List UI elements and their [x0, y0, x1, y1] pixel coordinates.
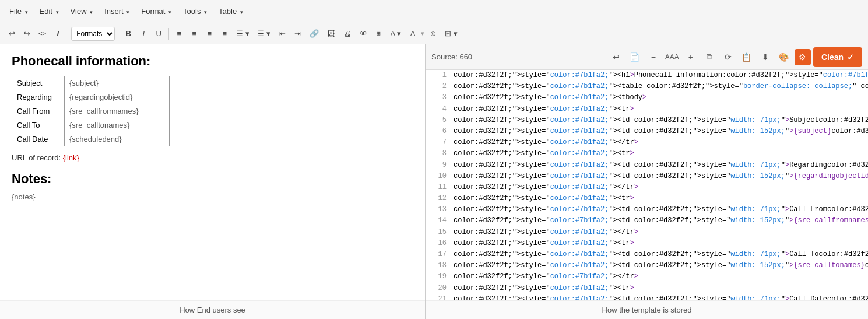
- undo-src-button[interactable]: ↩: [608, 49, 624, 65]
- line-number-20: 20: [430, 283, 447, 294]
- toolbar-separator-3: [168, 28, 169, 40]
- line-number-6: 6: [430, 126, 447, 137]
- line-code-15: color:#d32f2f;">style="color:#7b1fa2;"><…: [454, 227, 863, 238]
- table-cell-callfrom-label: Call From: [12, 104, 65, 118]
- copy1-src-button[interactable]: ⧉: [701, 49, 718, 65]
- editor-footer: How End users see: [0, 300, 425, 319]
- menu-format[interactable]: Format ▾: [136, 5, 176, 18]
- editor-toolbar: ↩ ↪ <> I Formats B I U ≡ ≡ ≡ ≡ ☰ ▾ ☰ ▾ ⇤…: [0, 23, 868, 44]
- font-size-src-button[interactable]: AAA: [664, 49, 680, 65]
- align-justify-button[interactable]: ≡: [217, 27, 231, 41]
- italic-button[interactable]: I: [51, 27, 65, 41]
- menu-edit[interactable]: Edit ▾: [35, 5, 64, 18]
- table-cell-regarding-value: {regardingobjectid}: [65, 90, 170, 104]
- line-number-7: 7: [430, 137, 447, 148]
- line-number-16: 16: [430, 238, 447, 249]
- special-chars-button[interactable]: ⊞: [372, 27, 386, 41]
- line-code-16: color:#d32f2f;">style="color:#7b1fa2;"><…: [454, 238, 863, 249]
- table-row-regarding: Regarding {regardingobjectid}: [12, 90, 170, 104]
- table-cell-regarding-label: Regarding: [12, 90, 65, 104]
- line-code-12: color:#d32f2f;">style="color:#7b1fa2;"><…: [454, 193, 863, 204]
- source-line-6: 6color:#d32f2f;">style="color:#7b1fa2;">…: [426, 126, 868, 137]
- italic-btn[interactable]: I: [136, 27, 150, 41]
- table-cell-calldate-label: Call Date: [12, 132, 65, 146]
- line-number-11: 11: [430, 182, 447, 193]
- font-color-button[interactable]: A ▾: [387, 27, 405, 41]
- minus-src-button[interactable]: −: [645, 49, 662, 65]
- line-code-20: color:#d32f2f;">style="color:#7b1fa2;"><…: [454, 283, 863, 294]
- line-number-14: 14: [430, 215, 447, 226]
- menu-file[interactable]: File ▾: [5, 5, 33, 18]
- undo-button[interactable]: ↩: [5, 27, 19, 41]
- line-code-7: color:#d32f2f;">style="color:#7b1fa2;"><…: [454, 137, 863, 148]
- link-button[interactable]: 🔗: [306, 27, 322, 41]
- paste-src-button[interactable]: 📋: [739, 49, 755, 65]
- source-button[interactable]: <>: [35, 27, 50, 41]
- underline-button[interactable]: U: [152, 27, 166, 41]
- ordered-list-button[interactable]: ☰ ▾: [254, 27, 275, 41]
- editor-title: Phonecall information:: [12, 54, 413, 69]
- editor-panel: Phonecall information: Subject {subject}…: [0, 44, 426, 319]
- source-line-12: 12color:#d32f2f;">style="color:#7b1fa2;"…: [426, 193, 868, 204]
- align-left-button[interactable]: ≡: [172, 27, 186, 41]
- source-line-4: 4color:#d32f2f;">style="color:#7b1fa2;">…: [426, 104, 868, 115]
- menu-view[interactable]: View ▾: [66, 5, 98, 18]
- line-code-8: color:#d32f2f;">style="color:#7b1fa2;"><…: [454, 148, 863, 159]
- menu-tools[interactable]: Tools ▾: [178, 5, 212, 18]
- menu-table[interactable]: Table ▾: [214, 5, 248, 18]
- source-header: Source: 660 ↩ 📄 − AAA + ⧉ ⟳ 📋 ⬇ 🎨 ⚙ Clea…: [426, 44, 868, 70]
- settings-src-button[interactable]: ⚙: [795, 49, 811, 65]
- table-button[interactable]: ⊞ ▾: [441, 27, 461, 41]
- line-code-21: color:#d32f2f;">style="color:#7b1fa2;"><…: [454, 294, 868, 300]
- source-line-3: 3color:#d32f2f;">style="color:#7b1fa2;">…: [426, 92, 868, 103]
- clean-button[interactable]: Clean ✓: [813, 47, 862, 67]
- image-button[interactable]: 🖼: [324, 27, 338, 41]
- table-cell-calldate-value: {scheduledend}: [65, 132, 170, 146]
- file-src-button[interactable]: 📄: [627, 49, 643, 65]
- table-cell-subject-label: Subject: [12, 76, 65, 90]
- line-number-2: 2: [430, 81, 447, 92]
- indent-button[interactable]: ⇥: [291, 27, 305, 41]
- preview-button[interactable]: 👁: [356, 27, 371, 41]
- source-line-11: 11color:#d32f2f;">style="color:#7b1fa2;"…: [426, 182, 868, 193]
- url-link: {link}: [63, 153, 79, 162]
- source-line-7: 7color:#d32f2f;">style="color:#7b1fa2;">…: [426, 137, 868, 148]
- menu-insert[interactable]: Insert ▾: [100, 5, 134, 18]
- paint-src-button[interactable]: 🎨: [776, 49, 792, 65]
- line-code-17: color:#d32f2f;">style="color:#7b1fa2;"><…: [454, 249, 868, 260]
- line-code-19: color:#d32f2f;">style="color:#7b1fa2;"><…: [454, 271, 863, 282]
- source-footer: How the template is stored: [426, 300, 868, 319]
- source-line-20: 20color:#d32f2f;">style="color:#7b1fa2;"…: [426, 283, 868, 294]
- formats-select[interactable]: Formats: [71, 27, 115, 41]
- editor-content[interactable]: Phonecall information: Subject {subject}…: [0, 44, 425, 300]
- source-line-5: 5color:#d32f2f;">style="color:#7b1fa2;">…: [426, 115, 868, 126]
- clean-button-label: Clean: [821, 52, 844, 62]
- align-right-button[interactable]: ≡: [202, 27, 216, 41]
- outdent-button[interactable]: ⇤: [276, 27, 290, 41]
- down-src-button[interactable]: ⬇: [757, 49, 774, 65]
- line-code-14: color:#d32f2f;">style="color:#7b1fa2;"><…: [454, 215, 868, 226]
- line-code-5: color:#d32f2f;">style="color:#7b1fa2;"><…: [454, 115, 868, 126]
- line-number-19: 19: [430, 271, 447, 282]
- redo-button[interactable]: ↪: [20, 27, 34, 41]
- main-layout: Phonecall information: Subject {subject}…: [0, 44, 868, 319]
- line-number-9: 9: [430, 160, 447, 171]
- align-center-button[interactable]: ≡: [187, 27, 201, 41]
- source-line-1: 1color:#d32f2f;">style="color:#7b1fa2;">…: [426, 70, 868, 81]
- line-code-1: color:#d32f2f;">style="color:#7b1fa2;"><…: [454, 70, 868, 81]
- source-footer-label: How the template is stored: [602, 306, 692, 314]
- emoji-button[interactable]: ☺: [426, 27, 440, 41]
- line-code-18: color:#d32f2f;">style="color:#7b1fa2;"><…: [454, 260, 868, 271]
- source-content[interactable]: 1color:#d32f2f;">style="color:#7b1fa2;">…: [426, 70, 868, 300]
- refresh-src-button[interactable]: ⟳: [720, 49, 736, 65]
- toolbar-separator-1: [68, 28, 68, 40]
- unordered-list-button[interactable]: ☰ ▾: [233, 27, 253, 41]
- table-cell-callfrom-value: {sre_callfromnames}: [65, 104, 170, 118]
- bold-button[interactable]: B: [121, 27, 135, 41]
- source-line-10: 10color:#d32f2f;">style="color:#7b1fa2;"…: [426, 171, 868, 182]
- highlight-button[interactable]: A: [406, 27, 420, 41]
- menu-bar: File ▾ Edit ▾ View ▾ Insert ▾ Format ▾ T…: [0, 0, 868, 23]
- plus-src-button[interactable]: +: [683, 49, 699, 65]
- print-button[interactable]: 🖨: [340, 27, 355, 41]
- line-number-12: 12: [430, 193, 447, 204]
